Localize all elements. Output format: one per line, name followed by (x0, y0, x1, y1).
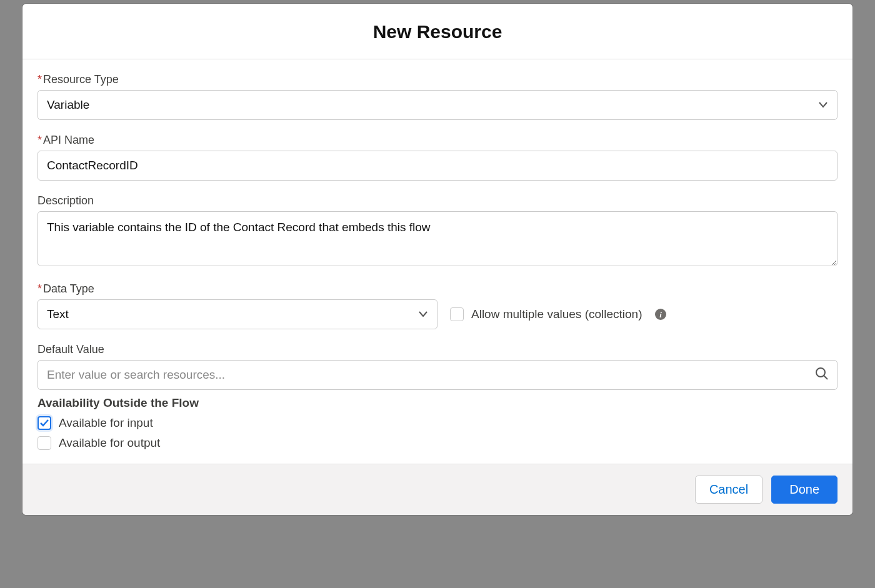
default-value-input[interactable] (38, 360, 838, 390)
availability-group: Availability Outside the Flow Available … (38, 396, 838, 450)
new-resource-modal: New Resource Resource Type Variable API … (22, 4, 852, 515)
info-icon[interactable]: i (654, 307, 668, 321)
allow-multiple-label: Allow multiple values (collection) (471, 307, 642, 321)
search-icon (815, 367, 829, 383)
availability-section-title: Availability Outside the Flow (38, 396, 838, 410)
svg-line-3 (824, 376, 828, 380)
data-type-select-wrap: Text (38, 299, 438, 329)
default-value-group: Default Value (38, 343, 838, 390)
svg-text:i: i (659, 310, 662, 319)
modal-title: New Resource (22, 21, 852, 42)
done-button[interactable]: Done (771, 476, 838, 504)
api-name-input[interactable] (38, 151, 838, 181)
resource-type-group: Resource Type Variable (38, 73, 838, 120)
modal-footer: Cancel Done (22, 464, 852, 515)
api-name-label: API Name (38, 134, 838, 147)
api-name-group: API Name (38, 134, 838, 181)
modal-header: New Resource (22, 4, 852, 59)
data-type-select[interactable]: Text (38, 299, 438, 329)
available-output-checkbox[interactable] (38, 436, 51, 450)
resource-type-label: Resource Type (38, 73, 838, 86)
resource-type-select[interactable]: Variable (38, 90, 838, 120)
default-value-label: Default Value (38, 343, 838, 356)
resource-type-select-wrap: Variable (38, 90, 838, 120)
modal-body: Resource Type Variable API Name Descript… (22, 59, 852, 450)
allow-multiple-checkbox[interactable] (450, 307, 464, 321)
check-icon (40, 419, 49, 427)
available-input-checkbox[interactable] (38, 416, 51, 430)
description-label: Description (38, 194, 838, 207)
description-textarea[interactable] (38, 211, 838, 266)
data-type-label: Data Type (38, 282, 438, 296)
available-output-label: Available for output (59, 436, 160, 450)
available-input-label: Available for input (59, 416, 153, 430)
description-group: Description (38, 194, 838, 269)
svg-point-2 (816, 368, 825, 377)
data-type-row: Data Type Text Allow multiple values (co… (38, 282, 838, 329)
cancel-button[interactable]: Cancel (695, 476, 762, 504)
